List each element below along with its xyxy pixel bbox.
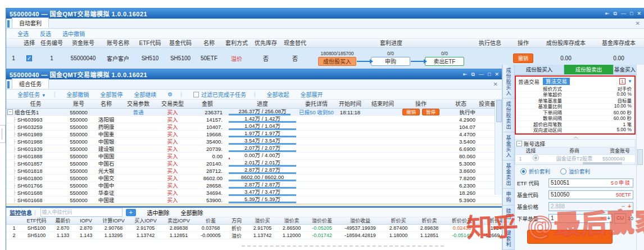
fund-code-input[interactable]: 510050 50ETF (548, 190, 633, 199)
increment-icon[interactable]: + (607, 215, 610, 221)
decrement-icon[interactable]: − (601, 215, 604, 221)
side-tab[interactable]: 一键套利 (502, 222, 515, 250)
order-qty-input[interactable]: 1 − + (548, 214, 613, 223)
dock-handle[interactable] (0, 125, 6, 143)
subscribe-button[interactable]: 申购 (371, 57, 410, 66)
account-row[interactable]: 1 国金证券T2股票 55000040 (515, 155, 635, 162)
close-icon[interactable]: ✕ (493, 81, 498, 87)
top-tab-1[interactable]: 成份股买入 (515, 65, 564, 74)
maximize-icon[interactable]: □ (630, 11, 633, 16)
tab-algo-trade[interactable]: 算法交易 (543, 78, 570, 85)
task-row[interactable]: ├SH601688550000华泰证买入34694.3.47万 / 3.47万1… (6, 189, 502, 197)
task-filter-dropdown[interactable]: 全部任务 ▼ (17, 90, 46, 99)
gear-icon[interactable]: ⚙ (167, 91, 173, 97)
pause-button[interactable]: 暂停 (422, 109, 439, 115)
pause-all-link[interactable]: 全部暂停 (100, 90, 123, 99)
increment-icon[interactable]: + (628, 203, 631, 209)
resume-all-link[interactable]: 全部继续 (134, 90, 156, 99)
filter-done-checkbox[interactable]: 过滤已完成子任务 (193, 90, 246, 99)
scrollbar-thumb[interactable] (583, 162, 622, 164)
cell: SH5100 (22, 225, 51, 231)
top-tab-3[interactable]: 基金买入 (614, 65, 637, 74)
popout-icon[interactable]: ⧉ (471, 72, 475, 77)
titlebar[interactable]: 55000040 — 国金QMT交易端模拟 1.0.0.16021 ⇤ ⧉ — … (6, 69, 502, 79)
delete-selected-link[interactable]: 选中删除 (147, 208, 170, 217)
tree-collapse-icon[interactable]: − (7, 109, 13, 115)
scrollbar-vertical[interactable] (636, 65, 644, 250)
decrement-icon[interactable]: − (622, 203, 625, 209)
task-row[interactable]: ├SH601857550000中国石买入20140.2.01万 / 2.01万5… (6, 160, 502, 167)
pin-icon[interactable]: ⇤ (605, 11, 610, 16)
cancel-all-link[interactable]: 全部撤销 (66, 90, 89, 99)
code-input[interactable] (40, 208, 123, 217)
maximize-icon[interactable]: □ (488, 72, 491, 77)
param-value[interactable]: 对手价 (562, 85, 633, 92)
task-row[interactable]: ├SH601888550000中国国买入0.000.00万 / 4.00万80.… (6, 153, 502, 160)
task-row[interactable]: ├SH601668550000中国建买入53900.5.39万 / 5.39万5… (6, 197, 502, 204)
submit-button[interactable] (527, 230, 613, 244)
minimize-icon[interactable]: — (621, 11, 626, 16)
invert-select-link[interactable]: 反选 (40, 29, 51, 38)
param-value[interactable]: 0.00 % (562, 91, 633, 97)
scrollbar-vertical[interactable] (495, 99, 502, 195)
pin-icon[interactable]: ⇤ (463, 72, 468, 77)
param-value[interactable]: 10.00 % (562, 103, 633, 109)
side-tab[interactable]: 赎回 (502, 206, 515, 222)
chevron-down-icon[interactable]: ▼ (628, 79, 632, 84)
radio-discount-arbitrage[interactable]: 折价套利 (520, 167, 550, 175)
minimize-icon[interactable]: — (479, 72, 484, 77)
task-row[interactable]: ├SH601989550000中国重买入19668.1.97万 / 1.97万4… (6, 131, 502, 138)
task-row[interactable]: ├SH601939550000建设银买入20739.2.07万 / 2.07万6… (6, 145, 502, 153)
close-icon[interactable]: ✕ (637, 11, 641, 16)
buy-constituents-button[interactable]: 成份股买入 (318, 57, 356, 66)
titlebar[interactable]: 55000040 — 国金QMT交易端模拟 1.0.0.16021 ⇤ ⧉ — … (6, 8, 644, 19)
task-row[interactable]: ├SH603993550000洛阳钼买入14157.1.42万 / 1.42万4… (6, 116, 502, 123)
close-icon[interactable]: ✕ (495, 72, 499, 77)
param-value[interactable]: 目标量 (562, 97, 633, 104)
cancel-button[interactable]: 撤销 (402, 109, 420, 115)
task-row[interactable]: ├SH601818550000光大银买入28712.2.87万 / 2.87万3… (6, 167, 502, 175)
task-row[interactable]: ├SH603259550000药明康买入10407.1.04万 / 1.04万1… (6, 123, 502, 131)
radio-premium-arbitrage[interactable]: 溢价套利 (560, 167, 590, 175)
popout-icon[interactable]: ⧉ (614, 11, 617, 16)
scrollbar-horizontal[interactable] (515, 162, 635, 164)
cancel-selected-link[interactable]: 选中撤销 (62, 29, 85, 38)
side-tab[interactable]: 成份股卖出 (502, 99, 515, 132)
close-icon[interactable]: ✕ (636, 20, 640, 26)
side-tab[interactable]: 基金买入 (502, 132, 515, 160)
scrollbar-thumb[interactable] (496, 100, 502, 122)
side-tab[interactable]: 成份股买入 (502, 65, 515, 99)
task-row[interactable]: ├SH601766550000中国中买入28658.2.87万 / 2.87万6… (6, 182, 502, 189)
monitor-row[interactable]: 2SH51001.1331.1431.132951.137421.12851-0… (6, 232, 502, 239)
expand-all-link[interactable]: 全部展开 (301, 90, 323, 99)
task-row[interactable]: ├SH601988550000中国银买入35400.3.54万 / 3.54万3… (6, 138, 502, 145)
collapse-all-link[interactable]: 全部收起 (267, 90, 289, 99)
select-all-link[interactable]: 全选 (17, 29, 29, 38)
monitor-row[interactable]: 1SH51002.8702.8702.907682.917052.898380.… (6, 225, 502, 232)
tab-auto-arbitrage[interactable]: 自动套利 (12, 17, 49, 28)
fund-price-input[interactable]: 2.888 − + (548, 202, 633, 211)
param-value[interactable]: 5.00 % (562, 127, 633, 132)
task-row[interactable]: ├SH601800550000中国交买入8602.008602.00 / 860… (6, 175, 502, 182)
delete-all-link[interactable]: 全部删除 (181, 208, 203, 217)
param-value[interactable]: 1 笔 (562, 120, 633, 127)
select-cell[interactable] (21, 55, 38, 61)
collapse-icon[interactable]: − (516, 141, 522, 146)
top-tab-2[interactable]: 成份股卖出 (564, 65, 614, 74)
scrollbar-thumb[interactable] (637, 149, 643, 165)
side-tab[interactable]: 基金卖出 (502, 160, 515, 189)
tab-combo-tasks[interactable]: 组合任务 (12, 78, 49, 89)
tab-normal-trade[interactable]: 普通交易 (518, 78, 539, 86)
radio-selected-icon[interactable] (533, 155, 539, 161)
collapse-caret-icon[interactable]: ︿ (515, 135, 637, 139)
sell-etf-button[interactable]: 卖出ETF (425, 57, 464, 66)
checkbox-checked-icon[interactable] (26, 55, 32, 61)
unit-box[interactable]: CU (614, 213, 626, 224)
task-row[interactable]: −组合任务1550000普通买入236371236.37万 / 256.08万已… (6, 109, 502, 116)
etf-code-input[interactable]: 510051 50申赎 (548, 178, 633, 188)
add-button[interactable]: + (126, 209, 136, 216)
cancel-button[interactable]: 撤销 (513, 53, 533, 63)
column-header: 套利方式 (222, 39, 251, 47)
side-tab[interactable]: 申购 (502, 189, 515, 206)
cell: 1.12000 (277, 233, 306, 238)
